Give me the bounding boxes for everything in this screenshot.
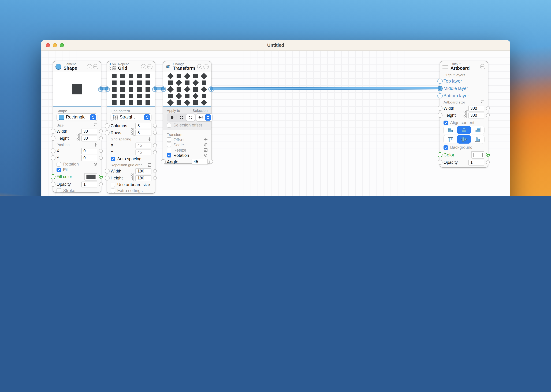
offset-checkbox[interactable] — [167, 137, 171, 142]
bottom-layer-label[interactable]: Bottom layer — [443, 93, 469, 98]
opacity-input[interactable]: 1 — [468, 159, 484, 165]
fill-color-swatch[interactable] — [84, 173, 97, 181]
x-input[interactable]: 45 — [135, 142, 152, 148]
align-content-checkbox[interactable] — [443, 120, 448, 125]
node-transform-output-port[interactable] — [208, 86, 214, 92]
align-left-button[interactable] — [443, 126, 457, 134]
use-artboard-size-checkbox[interactable] — [111, 182, 115, 187]
stepper-icon[interactable] — [90, 114, 96, 120]
y-input[interactable]: 45 — [135, 149, 152, 155]
node-grid-output-port[interactable] — [152, 86, 158, 92]
width-input[interactable]: 300 — [468, 105, 484, 111]
link-dimensions-icon[interactable] — [463, 108, 469, 122]
node-artboard[interactable]: Output Artboard Output layers Top layer … — [440, 61, 488, 168]
scale-checkbox[interactable] — [167, 142, 171, 147]
area-width-input[interactable]: 180 — [135, 168, 152, 174]
height-output-port[interactable] — [486, 113, 490, 117]
x-input[interactable]: 0 — [81, 148, 97, 154]
columns-input[interactable]: 5 — [135, 123, 152, 129]
apply-to-group-button[interactable] — [177, 114, 186, 121]
node-canvas[interactable]: Element Shape Shape Rectangle — [41, 50, 510, 196]
columns-input-port[interactable] — [105, 123, 109, 128]
y-input[interactable]: 0 — [81, 155, 97, 161]
y-output-port[interactable] — [99, 156, 103, 160]
angle-input-port[interactable] — [161, 159, 166, 164]
width-output-port[interactable] — [486, 106, 490, 110]
grid-pattern-dropdown[interactable]: Straight — [111, 113, 152, 121]
opacity-output-port[interactable] — [486, 161, 490, 164]
node-grid-header[interactable]: Repeat Grid — [107, 61, 155, 72]
opacity-input-port[interactable] — [51, 182, 56, 187]
fill-checkbox[interactable] — [57, 168, 61, 172]
stepper-icon[interactable] — [205, 114, 211, 120]
height-output-port[interactable] — [99, 136, 103, 140]
width-input-port[interactable] — [51, 129, 56, 134]
background-color-swatch[interactable] — [471, 151, 484, 159]
rows-output-port[interactable] — [153, 131, 157, 135]
angle-input[interactable]: 45 — [192, 159, 208, 165]
close-button[interactable] — [46, 43, 50, 47]
node-transform[interactable]: Change Transform Apply to Se — [163, 61, 211, 164]
link-dimensions-icon[interactable] — [130, 126, 136, 139]
columns-output-port[interactable] — [153, 124, 157, 128]
stepper-icon[interactable] — [144, 114, 150, 120]
minimize-button[interactable] — [53, 43, 57, 47]
opacity-input-port[interactable] — [438, 160, 442, 165]
y-output-port[interactable] — [153, 150, 157, 154]
x-input-port[interactable] — [51, 148, 56, 153]
node-shape-header[interactable]: Element Shape — [53, 61, 101, 72]
width-input-port[interactable] — [438, 106, 442, 111]
shape-type-dropdown[interactable]: Rectangle — [57, 113, 97, 121]
height-input[interactable]: 300 — [468, 112, 484, 118]
x-output-port[interactable] — [153, 143, 157, 147]
node-transform-header[interactable]: Change Transform — [163, 61, 211, 72]
rotation-checkbox[interactable] — [167, 153, 171, 157]
extra-settings-checkbox[interactable] — [111, 188, 115, 193]
x-output-port[interactable] — [99, 149, 103, 153]
zoom-button[interactable] — [60, 43, 64, 47]
width-output-port[interactable] — [99, 129, 103, 133]
node-more-icon[interactable] — [203, 64, 209, 69]
align-center-button[interactable] — [457, 126, 471, 134]
node-grid-input-port[interactable] — [104, 86, 110, 92]
width-input[interactable]: 30 — [81, 128, 97, 134]
background-checkbox[interactable] — [443, 145, 448, 150]
angle-output-port[interactable] — [209, 160, 213, 164]
node-more-icon[interactable] — [93, 64, 98, 69]
top-layer-port[interactable] — [437, 78, 443, 84]
color-input-port[interactable] — [438, 152, 442, 157]
node-enable-check-icon[interactable] — [87, 64, 92, 69]
link-dimensions-icon[interactable] — [130, 171, 136, 184]
fill-color-output-port[interactable] — [99, 175, 103, 179]
height-input-port[interactable] — [51, 136, 56, 141]
node-grid[interactable]: Repeat Grid Grid pattern — [107, 61, 155, 194]
node-more-icon[interactable] — [147, 64, 152, 69]
titlebar[interactable]: Untitled — [41, 40, 510, 50]
opacity-input[interactable]: 1 — [81, 181, 97, 187]
apply-to-selection-button[interactable] — [186, 114, 195, 121]
node-more-icon[interactable] — [480, 64, 486, 69]
area-width-input-port[interactable] — [105, 169, 109, 174]
align-right-button[interactable] — [471, 126, 484, 134]
selection-dropdown[interactable] — [196, 113, 212, 122]
opacity-output-port[interactable] — [99, 182, 103, 186]
align-middle-button[interactable] — [457, 135, 471, 144]
link-dimensions-icon[interactable] — [76, 131, 82, 145]
middle-layer-label[interactable]: Middle layer — [443, 86, 468, 91]
node-artboard-header[interactable]: Output Artboard — [440, 61, 488, 72]
area-height-output-port[interactable] — [153, 176, 157, 180]
auto-spacing-checkbox[interactable] — [111, 157, 115, 161]
height-input[interactable]: 30 — [81, 135, 97, 141]
align-top-button[interactable] — [443, 135, 457, 144]
rotation-checkbox[interactable] — [57, 162, 61, 166]
node-enable-check-icon[interactable] — [197, 64, 202, 69]
area-height-input[interactable]: 180 — [135, 175, 152, 181]
resize-checkbox[interactable] — [167, 148, 171, 152]
middle-layer-port[interactable] — [437, 86, 443, 91]
area-width-output-port[interactable] — [153, 169, 157, 173]
stroke-checkbox[interactable] — [57, 188, 61, 193]
selection-offset-checkbox[interactable] — [167, 123, 171, 127]
color-output-port[interactable] — [486, 153, 490, 157]
area-height-input-port[interactable] — [105, 176, 109, 181]
node-transform-input-port[interactable] — [160, 86, 166, 92]
